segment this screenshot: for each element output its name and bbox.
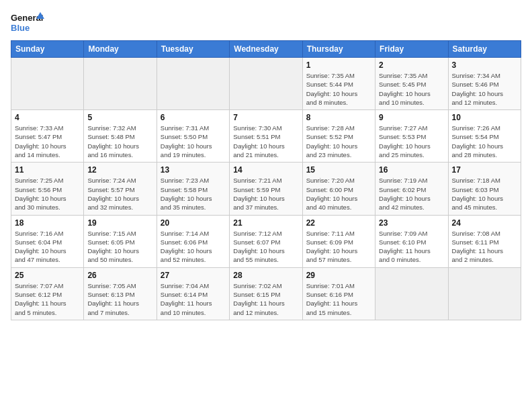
- calendar-cell: [375, 267, 448, 320]
- day-number: 21: [233, 218, 298, 228]
- calendar-cell: 24Sunrise: 7:08 AM Sunset: 6:11 PM Dayli…: [448, 215, 521, 267]
- calendar-cell: 22Sunrise: 7:11 AM Sunset: 6:09 PM Dayli…: [302, 215, 375, 267]
- day-info: Sunrise: 7:14 AM Sunset: 6:06 PM Dayligh…: [161, 229, 226, 265]
- week-row-2: 11Sunrise: 7:25 AM Sunset: 5:56 PM Dayli…: [11, 163, 521, 215]
- day-number: 13: [161, 165, 226, 175]
- header-sunday: Sunday: [11, 41, 84, 58]
- calendar-cell: 8Sunrise: 7:28 AM Sunset: 5:52 PM Daylig…: [302, 110, 375, 163]
- day-info: Sunrise: 7:35 AM Sunset: 5:45 PM Dayligh…: [379, 71, 444, 107]
- day-number: 23: [379, 218, 444, 228]
- calendar-body: 1Sunrise: 7:35 AM Sunset: 5:44 PM Daylig…: [11, 58, 521, 320]
- calendar-cell: 29Sunrise: 7:01 AM Sunset: 6:16 PM Dayli…: [302, 267, 375, 320]
- day-number: 1: [306, 60, 371, 70]
- calendar-cell: 4Sunrise: 7:33 AM Sunset: 5:47 PM Daylig…: [11, 110, 84, 163]
- calendar-cell: 25Sunrise: 7:07 AM Sunset: 6:12 PM Dayli…: [11, 267, 84, 320]
- day-info: Sunrise: 7:16 AM Sunset: 6:04 PM Dayligh…: [15, 229, 80, 265]
- logo-svg: General Blue: [11, 11, 44, 35]
- calendar-cell: 2Sunrise: 7:35 AM Sunset: 5:45 PM Daylig…: [375, 58, 448, 110]
- week-row-3: 18Sunrise: 7:16 AM Sunset: 6:04 PM Dayli…: [11, 215, 521, 267]
- day-number: 22: [306, 218, 371, 228]
- calendar-cell: 16Sunrise: 7:19 AM Sunset: 6:02 PM Dayli…: [375, 163, 448, 215]
- day-info: Sunrise: 7:15 AM Sunset: 6:05 PM Dayligh…: [87, 229, 152, 265]
- day-number: 28: [233, 271, 298, 280]
- day-number: 6: [161, 113, 226, 122]
- day-info: Sunrise: 7:35 AM Sunset: 5:44 PM Dayligh…: [306, 71, 371, 107]
- day-info: Sunrise: 7:33 AM Sunset: 5:47 PM Dayligh…: [15, 124, 80, 159]
- calendar-cell: 18Sunrise: 7:16 AM Sunset: 6:04 PM Dayli…: [11, 215, 84, 267]
- calendar-cell: 10Sunrise: 7:26 AM Sunset: 5:54 PM Dayli…: [448, 110, 521, 163]
- day-info: Sunrise: 7:25 AM Sunset: 5:56 PM Dayligh…: [15, 176, 80, 212]
- day-info: Sunrise: 7:09 AM Sunset: 6:10 PM Dayligh…: [379, 229, 444, 265]
- day-info: Sunrise: 7:28 AM Sunset: 5:52 PM Dayligh…: [306, 124, 371, 159]
- calendar-cell: 7Sunrise: 7:30 AM Sunset: 5:51 PM Daylig…: [230, 110, 302, 163]
- calendar-cell: 6Sunrise: 7:31 AM Sunset: 5:50 PM Daylig…: [157, 110, 229, 163]
- day-info: Sunrise: 7:20 AM Sunset: 6:00 PM Dayligh…: [306, 176, 371, 212]
- day-info: Sunrise: 7:34 AM Sunset: 5:46 PM Dayligh…: [452, 71, 517, 107]
- calendar-cell: 11Sunrise: 7:25 AM Sunset: 5:56 PM Dayli…: [11, 163, 84, 215]
- day-info: Sunrise: 7:04 AM Sunset: 6:14 PM Dayligh…: [161, 281, 226, 317]
- header-row: SundayMondayTuesdayWednesdayThursdayFrid…: [11, 41, 521, 58]
- day-info: Sunrise: 7:32 AM Sunset: 5:48 PM Dayligh…: [87, 124, 152, 159]
- day-number: 20: [161, 218, 226, 228]
- calendar-cell: 3Sunrise: 7:34 AM Sunset: 5:46 PM Daylig…: [448, 58, 521, 110]
- week-row-0: 1Sunrise: 7:35 AM Sunset: 5:44 PM Daylig…: [11, 58, 521, 110]
- day-number: 3: [452, 60, 517, 70]
- day-number: 15: [306, 165, 371, 175]
- header-saturday: Saturday: [448, 41, 521, 58]
- day-number: 11: [15, 165, 80, 175]
- calendar-cell: 5Sunrise: 7:32 AM Sunset: 5:48 PM Daylig…: [84, 110, 157, 163]
- header-monday: Monday: [84, 41, 157, 58]
- day-number: 24: [452, 218, 517, 228]
- day-info: Sunrise: 7:05 AM Sunset: 6:13 PM Dayligh…: [87, 281, 152, 317]
- calendar-cell: [448, 267, 521, 320]
- day-info: Sunrise: 7:12 AM Sunset: 6:07 PM Dayligh…: [233, 229, 298, 265]
- day-number: 12: [87, 165, 152, 175]
- day-number: 26: [87, 271, 152, 280]
- day-info: Sunrise: 7:11 AM Sunset: 6:09 PM Dayligh…: [306, 229, 371, 265]
- day-number: 27: [161, 271, 226, 280]
- calendar-cell: 19Sunrise: 7:15 AM Sunset: 6:05 PM Dayli…: [84, 215, 157, 267]
- calendar-cell: [11, 58, 84, 110]
- day-info: Sunrise: 7:27 AM Sunset: 5:53 PM Dayligh…: [379, 124, 444, 159]
- day-number: 9: [379, 113, 444, 122]
- calendar-cell: 26Sunrise: 7:05 AM Sunset: 6:13 PM Dayli…: [84, 267, 157, 320]
- calendar-cell: 20Sunrise: 7:14 AM Sunset: 6:06 PM Dayli…: [157, 215, 229, 267]
- day-info: Sunrise: 7:02 AM Sunset: 6:15 PM Dayligh…: [233, 281, 298, 317]
- calendar-cell: 28Sunrise: 7:02 AM Sunset: 6:15 PM Dayli…: [230, 267, 302, 320]
- day-info: Sunrise: 7:07 AM Sunset: 6:12 PM Dayligh…: [15, 281, 80, 317]
- calendar-cell: 21Sunrise: 7:12 AM Sunset: 6:07 PM Dayli…: [230, 215, 302, 267]
- calendar-cell: 23Sunrise: 7:09 AM Sunset: 6:10 PM Dayli…: [375, 215, 448, 267]
- week-row-4: 25Sunrise: 7:07 AM Sunset: 6:12 PM Dayli…: [11, 267, 521, 320]
- week-row-1: 4Sunrise: 7:33 AM Sunset: 5:47 PM Daylig…: [11, 110, 521, 163]
- day-number: 25: [15, 271, 80, 280]
- day-number: 17: [452, 165, 517, 175]
- day-number: 2: [379, 60, 444, 70]
- day-number: 29: [306, 271, 371, 280]
- calendar-header: SundayMondayTuesdayWednesdayThursdayFrid…: [11, 41, 521, 58]
- header-thursday: Thursday: [302, 41, 375, 58]
- day-info: Sunrise: 7:23 AM Sunset: 5:58 PM Dayligh…: [161, 176, 226, 212]
- day-number: 8: [306, 113, 371, 122]
- day-number: 4: [15, 113, 80, 122]
- calendar-cell: [157, 58, 229, 110]
- calendar-table: SundayMondayTuesdayWednesdayThursdayFrid…: [11, 40, 521, 320]
- day-number: 14: [233, 165, 298, 175]
- day-number: 16: [379, 165, 444, 175]
- day-number: 18: [15, 218, 80, 228]
- calendar-cell: 9Sunrise: 7:27 AM Sunset: 5:53 PM Daylig…: [375, 110, 448, 163]
- day-info: Sunrise: 7:08 AM Sunset: 6:11 PM Dayligh…: [452, 229, 517, 265]
- day-info: Sunrise: 7:21 AM Sunset: 5:59 PM Dayligh…: [233, 176, 298, 212]
- day-number: 10: [452, 113, 517, 122]
- day-info: Sunrise: 7:31 AM Sunset: 5:50 PM Dayligh…: [161, 124, 226, 159]
- page-header: General Blue: [11, 11, 521, 35]
- calendar-cell: 17Sunrise: 7:18 AM Sunset: 6:03 PM Dayli…: [448, 163, 521, 215]
- header-friday: Friday: [375, 41, 448, 58]
- day-number: 5: [87, 113, 152, 122]
- svg-text:Blue: Blue: [11, 23, 30, 33]
- calendar-cell: 14Sunrise: 7:21 AM Sunset: 5:59 PM Dayli…: [230, 163, 302, 215]
- calendar-cell: 15Sunrise: 7:20 AM Sunset: 6:00 PM Dayli…: [302, 163, 375, 215]
- day-info: Sunrise: 7:30 AM Sunset: 5:51 PM Dayligh…: [233, 124, 298, 159]
- day-number: 19: [87, 218, 152, 228]
- calendar-cell: 13Sunrise: 7:23 AM Sunset: 5:58 PM Dayli…: [157, 163, 229, 215]
- day-info: Sunrise: 7:01 AM Sunset: 6:16 PM Dayligh…: [306, 281, 371, 317]
